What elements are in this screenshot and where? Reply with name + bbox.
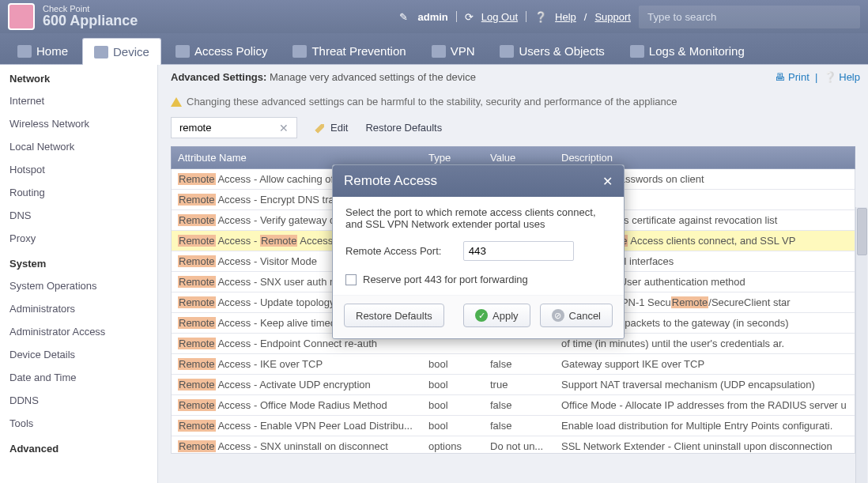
cell-description: Office Mode - Allocate IP addresses from… [561,399,848,411]
cell-description: of time (in minutes) until the user's cr… [561,338,848,349]
cell-value: true [490,379,561,391]
cancel-icon: ⊘ [552,309,564,322]
brand-logo-icon [8,3,35,30]
tab-threat-prevention[interactable]: Threat Prevention [281,38,417,64]
warning-banner: Changing these advanced settings can be … [171,91,855,112]
brand-block: Check Point 600 Appliance [43,4,138,29]
divider [526,11,526,22]
brand-line1: Check Point [43,4,138,13]
clear-filter-icon[interactable]: ✕ [277,122,290,134]
sidebar-item[interactable]: Internet [0,89,157,112]
divider [456,11,457,22]
help-link[interactable]: Help [555,11,576,23]
sidebar-item[interactable]: Local Network [0,135,157,158]
help-icon: ❔ [534,11,547,23]
tab-vpn[interactable]: VPN [421,38,486,64]
table-row[interactable]: Remote Access - IKE over TCPboolfalseGat… [172,354,855,375]
main-tabs: Home Device Access Policy Threat Prevent… [0,33,868,65]
reserve-port-checkbox[interactable] [345,274,357,285]
help-link-content[interactable]: Help [839,71,860,83]
col-type[interactable]: Type [428,152,490,164]
cell-value: false [490,399,561,411]
reserve-port-label: Reserve port 443 for port forwarding [363,274,528,285]
sidebar-item[interactable]: DDNS [0,389,157,412]
table-row[interactable]: Remote Access - Office Mode Radius Metho… [172,395,855,416]
slash: / [584,11,587,23]
sidebar-item[interactable]: Routing [0,181,157,204]
col-description[interactable]: Description [561,152,848,164]
print-icon: 🖶 [775,71,785,83]
cell-type: bool [428,379,490,391]
sidebar-item[interactable]: Date and Time [0,366,157,389]
col-value[interactable]: Value [490,152,561,164]
cancel-button[interactable]: ⊘Cancel [540,304,613,327]
corner-links: 🖶 Print | ❔ Help [775,71,860,83]
table-row[interactable]: Remote Access - SNX uninstall on disconn… [172,436,855,454]
restore-defaults-button[interactable]: Restore Defaults [365,122,442,134]
sidebar-section-title: Advanced [0,435,157,459]
cell-value [490,338,561,349]
sidebar-section-title: Network [0,65,157,89]
table-row[interactable]: Remote Access - Enable VPN Peer Load Dis… [172,416,855,436]
cell-value: false [490,358,561,370]
sidebar-item[interactable]: Device Details [0,343,157,366]
tab-device[interactable]: Device [82,38,161,65]
tab-users-objects[interactable]: Users & Objects [489,38,615,64]
filter-box[interactable]: ✕ [171,117,297,138]
check-icon: ✓ [475,309,488,322]
print-link[interactable]: Print [788,71,810,83]
close-icon[interactable]: ✕ [602,174,613,189]
filter-input[interactable] [178,121,277,134]
sidebar-item[interactable]: Administrators [0,297,157,320]
cell-attribute: Remote Access - Office Mode Radius Metho… [178,399,428,411]
cell-description: SSL Network Extender - Client uninstall … [561,440,848,452]
cell-description: Gateway support IKE over TCP [561,358,848,370]
cell-attribute: Remote Access - Endpoint Connect re-auth [178,338,428,349]
sidebar-item[interactable]: DNS [0,204,157,227]
remote-access-port-input[interactable] [463,241,574,261]
cell-attribute: Remote Access - SNX uninstall on disconn… [178,440,428,452]
edit-button[interactable]: Edit [315,122,348,134]
sidebar-section-title: System [0,250,157,274]
table-row[interactable]: Remote Access - Activate UDP encryptionb… [172,375,855,395]
toolbar: ✕ Edit Restore Defaults [171,112,855,146]
sidebar-item[interactable]: Proxy [0,227,157,250]
port-label: Remote Access Port: [345,245,460,257]
sidebar-item[interactable]: Hotspot [0,158,157,181]
cell-value: false [490,420,561,432]
cell-attribute: Remote Access - Activate UDP encryption [178,379,428,391]
sidebar-item[interactable]: System Operations [0,274,157,297]
global-search-input[interactable] [639,6,860,28]
cell-description: Enable load distribution for Multiple En… [561,420,848,432]
remote-access-dialog: Remote Access ✕ Select the port to which… [332,164,625,339]
cell-type [428,338,490,349]
app-header: Check Point 600 Appliance ✎ admin ⟳ Log … [0,0,868,33]
col-attribute[interactable]: Attribute Name [178,152,428,164]
pencil-icon: ✎ [399,11,410,22]
dialog-title: Remote Access [344,173,437,189]
policy-icon [175,45,190,58]
sidebar-item[interactable]: Tools [0,412,157,435]
dialog-restore-defaults-button[interactable]: Restore Defaults [344,304,444,327]
sidebar-item[interactable]: Wireless Network [0,112,157,135]
scrollbar[interactable] [855,207,867,483]
sidebar-item[interactable]: Administrator Access [0,320,157,343]
dialog-description: Select the port to which remote access c… [345,206,611,230]
support-link[interactable]: Support [594,11,631,23]
dialog-body: Select the port to which remote access c… [333,197,624,295]
tab-access-policy[interactable]: Access Policy [164,38,279,64]
home-icon [17,45,32,58]
page-title: Advanced Settings: Manage very advanced … [171,71,855,83]
logout-link[interactable]: Log Out [481,11,518,23]
apply-button[interactable]: ✓Apply [463,304,530,327]
scroll-thumb[interactable] [857,208,867,255]
tab-home[interactable]: Home [6,38,79,64]
vpn-icon [432,45,446,58]
cell-attribute: Remote Access - Enable VPN Peer Load Dis… [178,420,428,432]
logout-icon: ⟳ [465,11,474,23]
cell-description: Support NAT traversal mechanism (UDP enc… [561,379,848,391]
tab-logs-monitoring[interactable]: Logs & Monitoring [619,38,756,64]
shield-icon [292,45,307,58]
cell-value: Do not un... [490,440,561,452]
help-icon: ❔ [824,71,836,83]
